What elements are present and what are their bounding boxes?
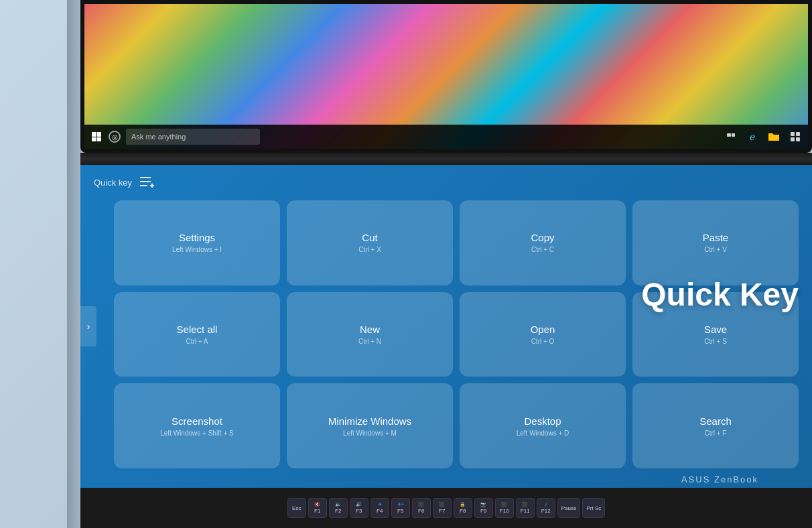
key-settings-shortcut: Left Windows + I xyxy=(172,246,222,253)
key-cut-label: Cut xyxy=(362,232,377,243)
key-f9-fn: 📷 xyxy=(480,502,486,507)
taskbar: ◎ Ask me anything ℯ xyxy=(84,125,808,149)
key-minimize-shortcut: Left Windows + M xyxy=(343,430,397,437)
svg-rect-1 xyxy=(732,133,735,137)
key-f2[interactable]: 🔉 F2 xyxy=(329,498,348,518)
quick-key-header: Quick key xyxy=(94,176,799,190)
key-f5[interactable]: ☀+ F5 xyxy=(391,498,410,518)
key-search-shortcut: Ctrl + F xyxy=(704,430,726,437)
taskbar-search-text: Ask me anything xyxy=(131,133,186,141)
taskbar-edge-icon[interactable]: ℯ xyxy=(745,129,760,144)
windows-start-button[interactable] xyxy=(90,130,103,143)
key-search[interactable]: Search Ctrl + F xyxy=(632,383,799,468)
key-open-label: Open xyxy=(531,324,555,335)
key-f1-label: F1 xyxy=(314,508,320,514)
key-search-label: Search xyxy=(699,415,732,427)
key-paste-shortcut: Ctrl + V xyxy=(704,246,727,253)
key-prtsc[interactable]: Prt Sc xyxy=(582,498,605,518)
key-f12-fn: / xyxy=(545,503,547,507)
key-f4-label: F4 xyxy=(377,508,383,514)
key-new-label: New xyxy=(360,324,380,335)
taskbar-notification-icon[interactable] xyxy=(724,129,738,144)
key-cut[interactable]: Cut Ctrl + X xyxy=(287,200,453,285)
svg-rect-3 xyxy=(796,132,800,136)
key-f3[interactable]: 🔊 F3 xyxy=(350,498,368,518)
key-f1-fn: 🔇 xyxy=(314,502,320,507)
key-save[interactable]: Save Ctrl + S xyxy=(632,292,799,377)
key-esc[interactable]: Esc xyxy=(287,498,306,518)
key-f8[interactable]: 🔒 F8 xyxy=(454,498,472,518)
key-save-shortcut: Ctrl + S xyxy=(704,338,727,345)
key-save-label: Save xyxy=(704,324,727,335)
key-paste[interactable]: Paste Ctrl + V xyxy=(632,200,799,285)
key-f11-label: F11 xyxy=(521,508,530,514)
key-copy-shortcut: Ctrl + C xyxy=(531,246,554,253)
key-open[interactable]: Open Ctrl + O xyxy=(460,292,626,377)
screenpad: Quick key › Settings Left Win xyxy=(80,165,812,488)
top-screen: ◎ Ask me anything ℯ xyxy=(80,0,812,153)
key-desktop[interactable]: Desktop Left Windows + D xyxy=(460,383,626,468)
key-settings-label: Settings xyxy=(179,232,215,243)
windows-logo-icon xyxy=(92,132,101,141)
key-f8-label: F8 xyxy=(460,508,466,514)
key-f8-fn: 🔒 xyxy=(460,502,466,507)
key-desktop-label: Desktop xyxy=(524,415,561,427)
key-f5-fn: ☀+ xyxy=(397,502,404,507)
quick-key-grid: Settings Left Windows + I Cut Ctrl + X C… xyxy=(114,200,799,468)
svg-rect-4 xyxy=(791,137,795,141)
key-cut-shortcut: Ctrl + X xyxy=(358,246,381,253)
key-screenshot[interactable]: Screenshot Left Windows + Shift + S xyxy=(114,383,280,468)
key-f10[interactable]: ⬛ F10 xyxy=(495,498,514,518)
nav-prev-button[interactable]: › xyxy=(80,306,96,346)
top-screen-inner: ◎ Ask me anything ℯ xyxy=(84,4,808,149)
menu-add-icon[interactable] xyxy=(140,176,155,190)
key-screenshot-label: Screenshot xyxy=(172,415,222,427)
key-esc-label: Esc xyxy=(292,505,301,511)
svg-rect-2 xyxy=(791,132,795,136)
key-copy-label: Copy xyxy=(531,232,554,243)
key-f7-label: F7 xyxy=(439,508,445,514)
keyboard: Esc 🔇 F1 🔉 F2 🔊 F3 ☀ F4 ☀+ F5 ⬛ F6 ⬛ F7 xyxy=(80,488,812,528)
key-pause[interactable]: Pause xyxy=(557,498,581,518)
key-f11[interactable]: ⬛ F11 xyxy=(516,498,535,518)
cortana-icon[interactable]: ◎ xyxy=(109,131,121,143)
key-f4[interactable]: ☀ F4 xyxy=(370,498,389,518)
key-f12[interactable]: / F12 xyxy=(537,498,555,518)
svg-rect-0 xyxy=(727,133,731,137)
key-paste-label: Paste xyxy=(703,232,728,243)
key-f4-fn: ☀ xyxy=(378,502,382,507)
key-f3-label: F3 xyxy=(356,508,362,514)
key-f10-fn: ⬛ xyxy=(501,502,507,507)
key-f7-fn: ⬛ xyxy=(439,502,445,507)
key-new[interactable]: New Ctrl + N xyxy=(287,292,453,377)
key-open-shortcut: Ctrl + O xyxy=(531,338,555,345)
key-minimize-label: Minimize Windows xyxy=(328,415,411,427)
key-settings[interactable]: Settings Left Windows + I xyxy=(114,200,280,285)
taskbar-search[interactable]: Ask me anything xyxy=(126,129,260,145)
key-f9[interactable]: 📷 F9 xyxy=(474,498,493,518)
key-f6-label: F6 xyxy=(418,508,424,514)
quick-key-title: Quick key xyxy=(94,178,132,188)
key-f1[interactable]: 🔇 F1 xyxy=(308,498,327,518)
key-f10-label: F10 xyxy=(500,508,509,514)
taskbar-store-icon[interactable] xyxy=(788,129,803,144)
key-f2-fn: 🔉 xyxy=(335,502,341,507)
laptop-body: ◎ Ask me anything ℯ xyxy=(80,0,812,528)
key-f6[interactable]: ⬛ F6 xyxy=(412,498,431,518)
key-f7[interactable]: ⬛ F7 xyxy=(433,498,452,518)
key-f2-label: F2 xyxy=(335,508,341,514)
svg-rect-5 xyxy=(796,137,800,141)
key-select-all[interactable]: Select all Ctrl + A xyxy=(114,292,280,377)
key-select-all-label: Select all xyxy=(177,324,218,335)
taskbar-right-area: ℯ xyxy=(724,129,803,144)
key-pause-label: Pause xyxy=(561,505,577,511)
key-f5-label: F5 xyxy=(397,508,403,514)
asus-brand: ASUS ZenBook xyxy=(681,474,758,484)
key-f12-label: F12 xyxy=(541,508,551,514)
taskbar-folder-icon[interactable] xyxy=(766,129,781,144)
screenpad-content: Quick key › Settings Left Win xyxy=(80,165,812,488)
key-f6-fn: ⬛ xyxy=(418,502,424,507)
key-copy[interactable]: Copy Ctrl + C xyxy=(460,200,626,285)
key-minimize[interactable]: Minimize Windows Left Windows + M xyxy=(287,383,453,468)
key-f9-label: F9 xyxy=(480,508,486,514)
